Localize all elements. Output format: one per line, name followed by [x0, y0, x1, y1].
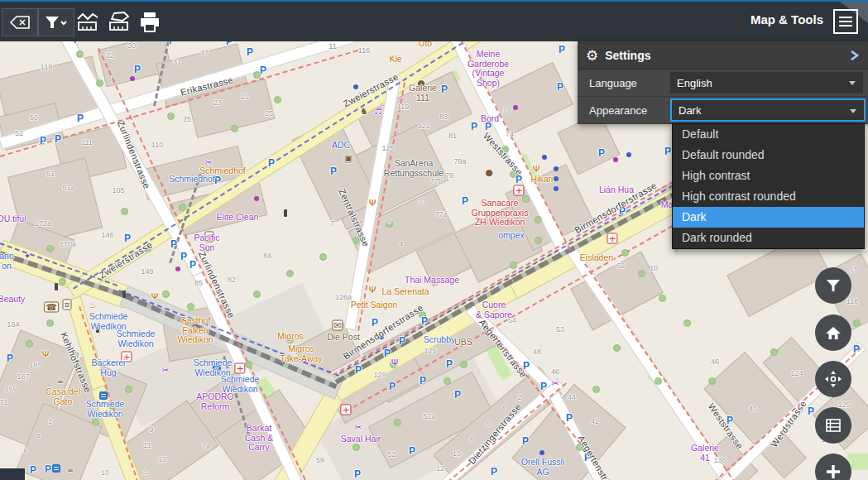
appearance-option-default-rounded[interactable]: Default rounded [673, 145, 864, 166]
tree-icon [162, 290, 170, 298]
house-number: 59 [316, 456, 324, 464]
tree-icon [352, 444, 360, 451]
parking-icon: P [180, 251, 187, 262]
gear-icon: ⚙ [586, 47, 598, 64]
house-number: 169 [4, 385, 17, 393]
plus-icon [825, 463, 842, 480]
house-number: 77 [418, 198, 426, 206]
poi-icon: Ψ [42, 350, 50, 359]
map-overlay-box [0, 468, 25, 480]
house-number: 6 [486, 420, 490, 428]
filter-icon [44, 15, 69, 30]
tree-icon [592, 386, 600, 393]
clear-selection-button[interactable] [2, 8, 38, 36]
parking-icon: P [566, 412, 573, 424]
poi-label: APODRO Reform [196, 392, 234, 411]
house-number: 84 [263, 252, 271, 260]
language-select[interactable]: English [670, 72, 863, 94]
poi-label: Bord [481, 114, 499, 124]
poi-icon: ✦ [23, 252, 31, 261]
poi-dot [513, 105, 518, 110]
parking-icon: P [330, 166, 337, 177]
parking-icon: P [124, 233, 131, 244]
poi-icon: Ψ [151, 292, 159, 301]
parking-icon: P [664, 146, 671, 157]
tree-icon [46, 245, 54, 252]
house-number: 46 [551, 367, 559, 376]
appearance-option-dark-rounded[interactable]: Dark rounded [673, 228, 864, 248]
house-number: 77b [429, 177, 442, 185]
language-row: Language English [578, 70, 868, 97]
appearance-select[interactable]: Dark [670, 98, 866, 122]
poi-dot [175, 266, 180, 271]
fab-home-button[interactable] [815, 314, 851, 351]
poi-dot [554, 166, 559, 171]
poi-icon: ▣ [344, 154, 352, 163]
measure-area-button[interactable] [108, 12, 131, 33]
house-number: 171 [0, 398, 8, 406]
fab-legend-button[interactable] [815, 407, 851, 444]
house-number: 124 [790, 369, 803, 377]
poi-icon: ☎ [44, 302, 59, 313]
poi-label: Hikari [531, 175, 554, 185]
house-number: 126a [335, 293, 352, 301]
map-application: { "topbar": { "buttons": [ {"name": "cle… [0, 0, 868, 480]
parking-icon: P [441, 84, 448, 95]
house-number: 82 [228, 276, 236, 284]
house-number: 8 [469, 435, 473, 444]
filter-button[interactable] [38, 8, 74, 36]
tree-icon [231, 125, 238, 132]
parking-icon: P [260, 65, 266, 76]
poi-label: Casa del Gato [46, 387, 79, 406]
parking-icon: P [354, 468, 361, 480]
parking-icon: P [389, 381, 396, 392]
house-number: 110 [151, 141, 163, 149]
appearance-option-default[interactable]: Default [673, 124, 864, 145]
fab-filter-button[interactable] [815, 267, 851, 304]
poi-label: Pacific Sun [194, 233, 220, 252]
poi-label: Sanacare Gruppenpraxis ZH-Wiedikon [472, 199, 529, 228]
parking-icon: P [214, 175, 221, 186]
house-number: 11 [143, 441, 151, 449]
house-number: 77a [434, 210, 447, 218]
parking-icon: P [40, 135, 46, 146]
poi-label: Schmiedhof [199, 166, 245, 176]
poi-dot [554, 186, 559, 191]
parking-icon: P [808, 406, 814, 417]
fab-locate-button[interactable] [815, 361, 851, 397]
measure-distance-button[interactable] [76, 12, 99, 33]
house-number: 172a [35, 219, 51, 228]
parking-icon: P [853, 343, 860, 355]
house-number: 170a [60, 240, 76, 248]
appearance-option-dark[interactable]: Dark [673, 207, 864, 228]
house-number: 85 [194, 279, 203, 287]
house-number: 31 [173, 58, 181, 66]
poi-dot [540, 450, 544, 455]
house-number: 129 [373, 371, 386, 379]
poi-label: Eisladen [580, 253, 613, 263]
main-menu-button[interactable] [833, 9, 858, 34]
house-number: 74 [502, 107, 511, 115]
poi-label: La Serenata [381, 287, 429, 297]
tree-icon [274, 96, 281, 103]
transit-stop-icon [52, 464, 60, 473]
print-button[interactable] [138, 12, 161, 34]
house-number: 13 [158, 455, 166, 463]
house-number: 125 [424, 347, 436, 355]
parking-icon: P [189, 259, 196, 271]
poi-icon: ✂ [354, 423, 362, 432]
poi-label: SanArena Rettungsschule [384, 159, 444, 178]
house-number: 116 [358, 46, 370, 55]
tree-icon [319, 253, 327, 261]
tree-icon [92, 419, 99, 426]
appearance-option-high-contrast[interactable]: High contrast [673, 166, 864, 186]
appearance-option-high-contrast-rounded[interactable]: High contrast rounded [673, 186, 864, 207]
tree-icon [179, 204, 186, 211]
measure-distance-icon [76, 12, 99, 33]
poi-label: Galerie 111 [409, 84, 437, 103]
poi-icon: ♨ [141, 467, 150, 476]
appearance-label: Appearance [578, 104, 670, 117]
tree-icon [444, 377, 451, 385]
tree-icon [46, 319, 54, 327]
collapse-chevron-icon[interactable] [848, 50, 860, 61]
